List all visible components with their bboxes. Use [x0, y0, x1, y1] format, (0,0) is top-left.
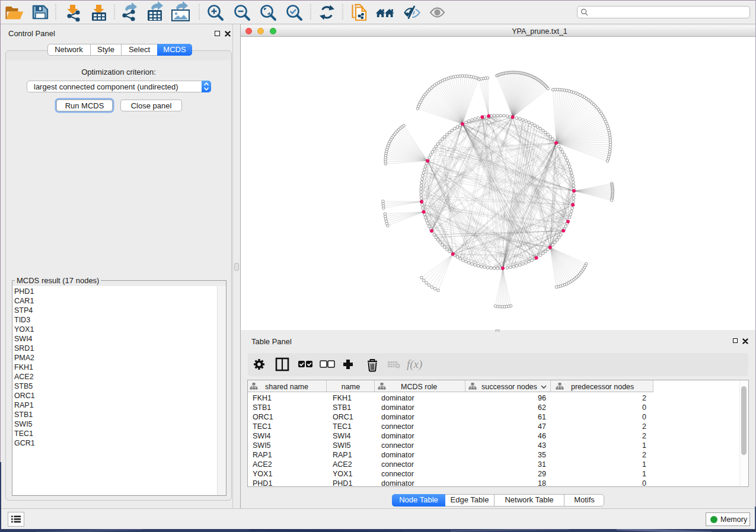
svg-text:f(x): f(x) — [407, 358, 422, 371]
